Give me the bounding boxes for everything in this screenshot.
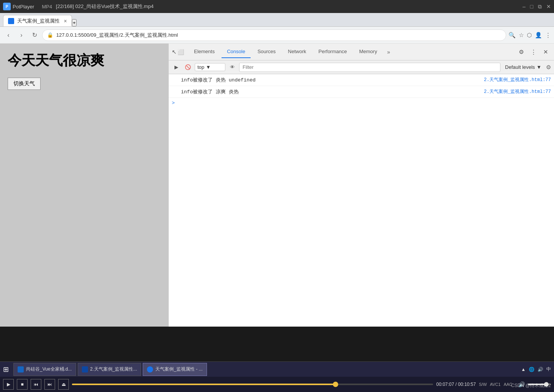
address-input[interactable]: 🔒 127.0.0.1:5500/09_监视属性/2.天气案例_监视属性.htm… — [42, 29, 506, 41]
progress-area[interactable] — [72, 384, 433, 385]
taskbar-item-3-icon — [147, 366, 153, 372]
tab-console[interactable]: Console — [222, 46, 251, 58]
console-prompt[interactable]: > — [169, 98, 554, 108]
new-tab-button[interactable]: + — [72, 19, 77, 26]
lock-icon: 🔒 — [47, 32, 53, 38]
taskbar-item-1-icon — [18, 366, 24, 372]
file-format: MP4 — [42, 4, 52, 10]
tab-close-button[interactable]: × — [64, 18, 67, 24]
sys-tray-icons[interactable]: ▲ — [521, 367, 526, 372]
stop-button[interactable]: ■ — [17, 379, 28, 390]
devtools-more-button[interactable]: ⋮ — [528, 47, 539, 57]
address-text: 127.0.0.1:5500/09_监视属性/2.天气案例_监视属性.html — [56, 32, 178, 39]
taskbar-bottom: ▶ ■ ⏮ ⏭ ⏏ 00:07:07 / 00:10:57 S/W AVC1 A… — [0, 377, 554, 392]
levels-arrow-icon: ▼ — [536, 64, 541, 70]
prompt-chevron-icon: > — [172, 100, 175, 106]
devtools-device-icon[interactable]: ⬜ — [178, 49, 184, 55]
taskbar-top: ⊞ 尚硅谷_Vue全家桶.d... 2.天气案例_监视属性... 天气案例_监视… — [0, 361, 554, 377]
entry-gutter-2 — [169, 86, 178, 98]
address-bar: ‹ › ↻ 🔒 127.0.0.1:5500/09_监视属性/2.天气案例_监视… — [0, 27, 554, 44]
levels-label: Default levels — [505, 64, 535, 70]
forward-button[interactable]: › — [16, 30, 27, 41]
watermark: CSDN @待木成柱2 — [511, 382, 551, 389]
tab-memory[interactable]: Memory — [354, 46, 383, 58]
minimize-icon[interactable]: – — [523, 3, 526, 10]
taskbar: ⊞ 尚硅谷_Vue全家桶.d... 2.天气案例_监视属性... 天气案例_监视… — [0, 361, 554, 392]
progress-track — [72, 384, 433, 385]
playback-controls: ▶ ■ ⏮ ⏭ ⏏ — [3, 379, 69, 390]
bookmark-icon[interactable]: ☆ — [519, 32, 524, 39]
extension-icon[interactable]: ⬡ — [527, 32, 532, 39]
devtools-more-tabs[interactable]: » — [384, 49, 393, 55]
window-controls: – □ ⧉ ✕ — [523, 3, 551, 10]
progress-thumb — [333, 382, 338, 387]
address-bar-actions: 🔍 ☆ ⬡ 👤 ⋮ — [508, 32, 551, 39]
entry-content-1: info被修改了 炎热 undefined — [178, 74, 481, 86]
taskbar-item-1-label: 尚硅谷_Vue全家桶.d... — [26, 366, 72, 372]
progress-fill — [72, 384, 336, 385]
taskbar-item-2-icon — [82, 366, 88, 372]
tab-bar: 天气案例_监视属性 × + — [0, 13, 554, 27]
page-heading: 今天天气很凉爽 — [8, 51, 161, 70]
maximize-icon[interactable]: ⧉ — [538, 3, 542, 10]
restore-icon[interactable]: □ — [530, 3, 533, 10]
console-context-select[interactable]: top ▼ — [195, 63, 225, 71]
next-button[interactable]: ⏭ — [44, 379, 55, 390]
context-arrow-icon: ▼ — [206, 64, 211, 70]
search-icon[interactable]: 🔍 — [508, 32, 516, 39]
console-clear-button[interactable]: 🚫 — [183, 63, 192, 72]
console-run-button[interactable]: ▶ — [172, 63, 181, 72]
tab-performance[interactable]: Performance — [313, 46, 352, 58]
input-method-icon[interactable]: 中 — [546, 366, 551, 372]
refresh-button[interactable]: ↻ — [29, 30, 40, 41]
windows-start-button[interactable]: ⊞ — [3, 365, 9, 374]
format-sw: S/W — [479, 382, 487, 387]
network-icon[interactable]: 🌐 — [529, 367, 534, 372]
play-button[interactable]: ▶ — [3, 379, 14, 390]
console-output: info被修改了 炎热 undefined 2.天气案例_监视属性.html:7… — [169, 74, 554, 327]
back-button[interactable]: ‹ — [3, 30, 14, 41]
close-icon[interactable]: ✕ — [546, 3, 551, 10]
entry-source-1[interactable]: 2.天气案例_监视属性.html:77 — [481, 74, 554, 86]
tab-title: 天气案例_监视属性 — [17, 18, 60, 24]
tab-elements[interactable]: Elements — [189, 46, 220, 58]
console-filter-input[interactable] — [239, 63, 500, 72]
app-name: PotPlayer — [13, 4, 34, 10]
tab-favicon — [8, 18, 14, 24]
devtools-cursor-icon[interactable]: ↖ — [172, 49, 177, 55]
entry-source-2[interactable]: 2.天气案例_监视属性.html:77 — [481, 86, 554, 98]
potplayer-icon: P — [3, 3, 11, 10]
taskbar-item-2-label: 2.天气案例_监视属性... — [90, 366, 137, 372]
taskbar-item-1[interactable]: 尚硅谷_Vue全家桶.d... — [13, 363, 76, 376]
console-entry-2: info被修改了 凉爽 炎热 2.天气案例_监视属性.html:77 — [169, 86, 554, 98]
title-bar: P PotPlayer MP4 [22/168] 022_尚硅谷Vue技术_监视… — [0, 0, 554, 13]
eject-button[interactable]: ⏏ — [58, 379, 69, 390]
context-label: top — [197, 64, 204, 70]
devtools-settings-button[interactable]: ⚙ — [516, 47, 526, 57]
browser-window: 天气案例_监视属性 × + ‹ › ↻ 🔒 127.0.0.1:5500/09_… — [0, 13, 554, 327]
volume-icon[interactable]: 🔊 — [538, 367, 543, 372]
browser-tab-active[interactable]: 天气案例_监视属性 × — [3, 15, 72, 26]
tab-network[interactable]: Network — [283, 46, 312, 58]
devtools-close-button[interactable]: ✕ — [540, 47, 551, 57]
devtools-tab-bar: ↖ ⬜ Elements Console Sources Network Per… — [169, 44, 554, 60]
entry-gutter-1 — [169, 74, 178, 86]
console-toolbar: ▶ 🚫 top ▼ 👁 Default levels ▼ ⚙ — [169, 60, 554, 74]
default-levels-select[interactable]: Default levels ▼ — [503, 63, 544, 71]
tab-sources[interactable]: Sources — [252, 46, 281, 58]
file-title: [22/168] 022_尚硅谷Vue技术_监视属性.mp4 — [56, 3, 153, 10]
taskbar-item-2[interactable]: 2.天气案例_监视属性... — [78, 363, 142, 376]
devtools-panel: ↖ ⬜ Elements Console Sources Network Per… — [168, 44, 554, 327]
app-logo: P PotPlayer — [3, 3, 34, 10]
console-eye-button[interactable]: 👁 — [228, 63, 237, 72]
console-gear-icon[interactable]: ⚙ — [546, 64, 551, 71]
taskbar-item-3[interactable]: 天气案例_监视属性 - ... — [143, 363, 207, 376]
prev-button[interactable]: ⏮ — [31, 379, 41, 390]
sys-tray: ▲ 🌐 🔊 中 — [521, 366, 551, 372]
taskbar-item-3-label: 天气案例_监视属性 - ... — [155, 366, 202, 372]
format-avc1: AVC1 — [490, 382, 500, 387]
account-icon[interactable]: 👤 — [535, 32, 542, 39]
switch-weather-button[interactable]: 切换天气 — [8, 78, 41, 90]
menu-icon[interactable]: ⋮ — [545, 32, 551, 39]
browser-content: 今天天气很凉爽 切换天气 ↖ ⬜ Elements Console Source… — [0, 44, 554, 327]
